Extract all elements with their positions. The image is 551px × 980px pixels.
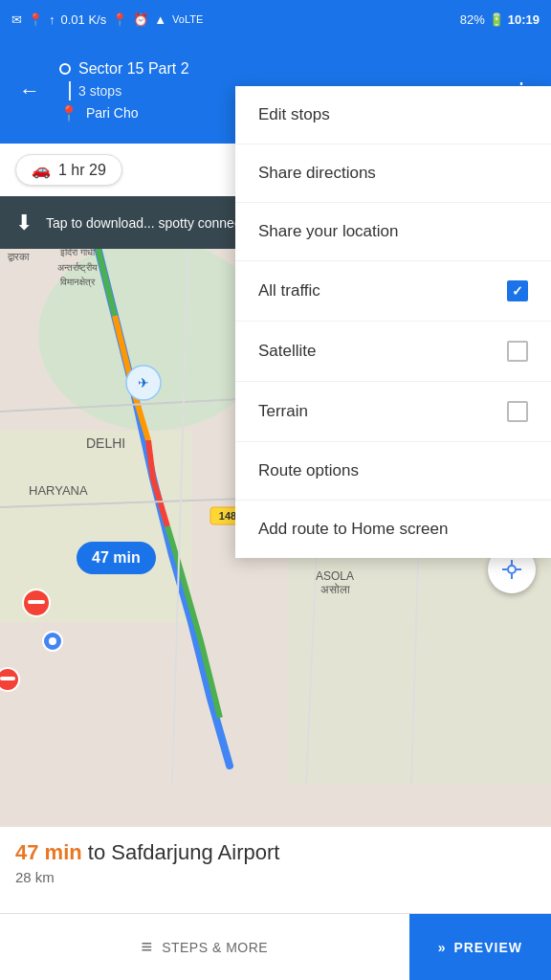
wifi-icon: ▲ [154, 12, 166, 27]
menu-item-route-options[interactable]: Route options [235, 442, 551, 501]
stops-label: 3 stops [78, 83, 121, 99]
message-icon: ✉ [11, 12, 22, 27]
menu-item-terrain[interactable]: Terrain [235, 382, 551, 442]
preview-button[interactable]: » PREVIEW [409, 914, 551, 980]
haryana-label: HARYANA [29, 483, 88, 498]
menu-item-satellite[interactable]: Satellite [235, 322, 551, 382]
checkbox-unchecked-terrain[interactable] [507, 401, 528, 422]
delhi-label: DELHI [86, 435, 125, 451]
menu-item-share-directions[interactable]: Share directions [235, 145, 551, 203]
steps-button[interactable]: ≡ STEPS & MORE [0, 936, 409, 958]
back-button[interactable]: ← [11, 71, 48, 111]
menu-item-share-location[interactable]: Share your location [235, 203, 551, 261]
status-bar: ✉ 📍 ↑ 0.01 K/s 📍 ⏰ ▲ VoLTE 82% 🔋 10:19 [0, 0, 551, 38]
menu-item-edit-stops[interactable]: Edit stops [235, 86, 551, 145]
time-badge: 47 min [77, 542, 156, 574]
download-icon: ⬇ [15, 211, 33, 235]
origin-label: Sector 15 Part 2 [78, 60, 189, 78]
alarm-icon: ⏰ [133, 12, 148, 27]
location-target-icon [500, 558, 523, 581]
car-duration-pill[interactable]: 🚗 1 hr 29 [15, 154, 122, 186]
menu-item-all-traffic[interactable]: All traffic✓ [235, 261, 551, 322]
network-label: VoLTE [172, 13, 203, 25]
steps-label: STEPS & MORE [162, 940, 268, 955]
dropdown-menu: Edit stopsShare directionsShare your loc… [235, 86, 551, 558]
route-origin: Sector 15 Part 2 [59, 60, 492, 78]
stops-connector [64, 81, 71, 100]
distance-label: 28 km [15, 869, 536, 885]
time-highlight: 47 min [15, 840, 82, 864]
battery-label: 82% [460, 12, 485, 27]
battery-icon: 🔋 [489, 12, 504, 27]
menu-label-terrain: Terrain [258, 402, 308, 421]
time-label: 10:19 [508, 12, 540, 27]
svg-rect-18 [0, 677, 15, 680]
menu-label-route-options: Route options [258, 461, 359, 480]
preview-icon: » [438, 940, 447, 955]
menu-label-edit-stops: Edit stops [258, 105, 330, 124]
bottom-bar: ≡ STEPS & MORE » PREVIEW [0, 913, 551, 980]
svg-point-16 [49, 637, 56, 645]
svg-point-19 [508, 566, 516, 573]
svg-rect-14 [28, 600, 45, 604]
hamburger-icon: ≡ [141, 936, 152, 958]
destination-time: 47 min to Safdarjung Airport [15, 840, 536, 865]
nav-icon: ↑ [49, 12, 55, 27]
preview-label: PREVIEW [453, 940, 522, 955]
checkbox-unchecked-satellite[interactable] [507, 341, 528, 362]
status-right: 82% 🔋 10:19 [460, 12, 540, 27]
location-icon: 📍 [28, 12, 43, 27]
destination-text: to Safdarjung Airport [88, 840, 280, 864]
asola-label: ASOLAअसोला [316, 569, 354, 596]
menu-label-add-route: Add route to Home screen [258, 520, 448, 539]
status-speed: 0.01 K/s [61, 12, 107, 27]
menu-item-add-route[interactable]: Add route to Home screen [235, 501, 551, 558]
car-icon: 🚗 [32, 161, 51, 179]
svg-text:✈: ✈ [138, 375, 149, 390]
menu-label-satellite: Satellite [258, 342, 316, 361]
duration-label: 1 hr 29 [58, 162, 106, 179]
menu-label-share-directions: Share directions [258, 164, 376, 183]
bottom-info: 47 min to Safdarjung Airport 28 km [0, 827, 551, 913]
checkbox-checked-all-traffic[interactable]: ✓ [507, 280, 528, 301]
dest-pin-icon: 📍 [59, 104, 78, 122]
origin-dot [59, 63, 71, 75]
dest-label: Pari Cho [86, 105, 138, 121]
menu-label-share-location: Share your location [258, 222, 398, 241]
status-left: ✉ 📍 ↑ 0.01 K/s 📍 ⏰ ▲ VoLTE [11, 12, 203, 27]
menu-label-all-traffic: All traffic [258, 281, 320, 301]
gps-icon: 📍 [112, 12, 127, 27]
download-text: Tap to download... spotty connectio... [46, 215, 266, 231]
